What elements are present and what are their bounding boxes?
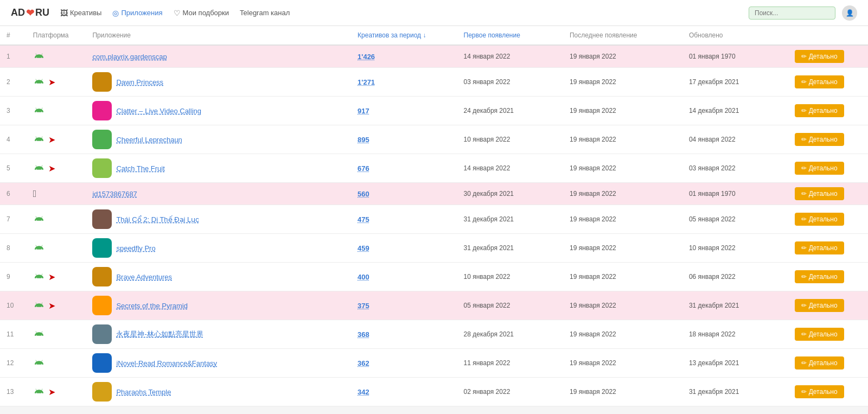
header: AD❤RU 🖼 Креативы ◎ Приложения ♡ Мои подб… xyxy=(0,0,868,26)
detail-button[interactable]: ✏ Детально xyxy=(795,299,844,312)
detail-button[interactable]: ✏ Детально xyxy=(795,385,844,398)
app-name-link[interactable]: Pharaohs Temple xyxy=(116,388,171,396)
trend-arrow: ➤ xyxy=(48,135,55,145)
action-cell: ✏ Детально xyxy=(788,154,868,183)
nav-apps[interactable]: ◎ Приложения xyxy=(112,9,162,17)
col-header-platform: Платформа xyxy=(27,26,86,45)
detail-button[interactable]: ✏ Детально xyxy=(795,356,844,370)
platform-cell: ➤ xyxy=(27,263,86,291)
app-name-link[interactable]: 永夜星神-林心如點亮星世界 xyxy=(116,329,203,339)
first-appearance: 30 декабря 2021 xyxy=(457,183,563,205)
trend-arrow: ➤ xyxy=(48,77,55,87)
col-header-first[interactable]: Первое появление xyxy=(457,26,563,45)
updated-date: 01 января 1970 xyxy=(682,183,788,205)
action-cell: ✏ Детально xyxy=(788,378,868,406)
creatives-count[interactable]: 560 xyxy=(351,183,457,205)
platform-cell xyxy=(27,349,86,378)
action-cell: ✏ Детально xyxy=(788,205,868,234)
last-appearance: 19 января 2022 xyxy=(563,378,682,406)
first-appearance: 10 января 2022 xyxy=(457,125,563,154)
app-name-link[interactable]: Catch The Fruit xyxy=(116,164,164,173)
creatives-count[interactable]: 400 xyxy=(351,263,457,291)
app-name-link[interactable]: id1573867687 xyxy=(92,190,137,198)
app-cell: speedfly Pro xyxy=(86,234,351,263)
first-appearance: 03 января 2022 xyxy=(457,68,563,97)
android-icon xyxy=(33,213,45,225)
app-cell: Pharaohs Temple xyxy=(86,378,351,406)
detail-button[interactable]: ✏ Детально xyxy=(795,104,844,117)
creatives-count[interactable]: 895 xyxy=(351,125,457,154)
app-name-link[interactable]: Cheerful Leprechaun xyxy=(116,136,182,144)
app-name-link[interactable]: Dawn Princess xyxy=(116,78,163,86)
creatives-count[interactable]: 676 xyxy=(351,154,457,183)
creatives-count[interactable]: 342 xyxy=(351,378,457,406)
creatives-count[interactable]: 475 xyxy=(351,205,457,234)
app-cell: Secrets of the Pyramid xyxy=(86,291,351,320)
app-icon xyxy=(92,101,112,120)
app-name-link[interactable]: Brave Adventures xyxy=(116,273,172,281)
last-appearance: 19 января 2022 xyxy=(563,320,682,349)
app-name-link[interactable]: Thái Cổ 2: Di Thế Đại Lục xyxy=(116,215,199,224)
row-number: 3 xyxy=(0,97,27,125)
nav-telegram[interactable]: Telegram канал xyxy=(240,9,290,17)
app-icon xyxy=(92,130,112,149)
first-appearance: 10 января 2022 xyxy=(457,263,563,291)
trend-arrow: ➤ xyxy=(48,387,55,397)
android-icon xyxy=(33,133,45,145)
android-icon xyxy=(33,162,45,174)
detail-button[interactable]: ✏ Детально xyxy=(795,241,844,254)
detail-button[interactable]: ✏ Детально xyxy=(795,162,844,175)
creatives-count[interactable]: 917 xyxy=(351,97,457,125)
nav-telegram-label: Telegram канал xyxy=(240,9,290,17)
app-name-link[interactable]: speedfly Pro xyxy=(116,244,155,252)
app-name-link[interactable]: iNovel-Read Romance&Fantasy xyxy=(116,359,217,367)
app-icon xyxy=(92,296,112,315)
detail-button[interactable]: ✏ Детально xyxy=(795,75,844,88)
detail-button[interactable]: ✏ Детально xyxy=(795,213,844,226)
detail-button[interactable]: ✏ Детально xyxy=(795,187,844,200)
creatives-count[interactable]: 1'426 xyxy=(351,45,457,68)
app-cell: iNovel-Read Romance&Fantasy xyxy=(86,349,351,378)
action-cell: ✏ Детально xyxy=(788,349,868,378)
android-icon xyxy=(33,76,45,88)
creatives-count[interactable]: 375 xyxy=(351,291,457,320)
app-cell: Cheerful Leprechaun xyxy=(86,125,351,154)
platform-cell: ➤ xyxy=(27,291,86,320)
last-appearance: 19 января 2022 xyxy=(563,125,682,154)
app-name-link[interactable]: Clatter – Live Video Calling xyxy=(116,107,201,115)
creatives-count[interactable]: 1'271 xyxy=(351,68,457,97)
android-icon xyxy=(33,50,45,62)
creatives-count[interactable]: 459 xyxy=(351,234,457,263)
row-number: 4 xyxy=(0,125,27,154)
row-number: 11 xyxy=(0,320,27,349)
header-right: 👤 xyxy=(749,5,857,21)
row-number: 2 xyxy=(0,68,27,97)
app-icon xyxy=(92,382,112,402)
nav-favorites[interactable]: ♡ Мои подборки xyxy=(174,9,229,17)
detail-button[interactable]: ✏ Детально xyxy=(795,133,844,146)
header-search[interactable] xyxy=(749,7,835,20)
app-name-link[interactable]: com.playrix.gardenscap xyxy=(92,53,167,61)
row-number: 13 xyxy=(0,378,27,406)
col-header-creatives[interactable]: Креативов за период ↓ xyxy=(351,26,457,45)
platform-cell: ➤ xyxy=(27,378,86,406)
trend-arrow: ➤ xyxy=(48,163,55,174)
logo: AD❤RU xyxy=(11,7,49,19)
app-cell: Brave Adventures xyxy=(86,263,351,291)
detail-button[interactable]: ✏ Детально xyxy=(795,328,844,341)
last-appearance: 19 января 2022 xyxy=(563,97,682,125)
detail-button[interactable]: ✏ Детально xyxy=(795,270,844,283)
app-name-link[interactable]: Secrets of the Pyramid xyxy=(116,302,188,310)
platform-cell: ➤ xyxy=(27,154,86,183)
action-cell: ✏ Детально xyxy=(788,291,868,320)
nav-creatives[interactable]: 🖼 Креативы xyxy=(60,9,101,17)
platform-cell xyxy=(27,320,86,349)
android-icon xyxy=(33,271,45,283)
app-cell: Catch The Fruit xyxy=(86,154,351,183)
creatives-count[interactable]: 368 xyxy=(351,320,457,349)
android-icon xyxy=(33,386,45,398)
last-appearance: 19 января 2022 xyxy=(563,263,682,291)
creatives-count[interactable]: 362 xyxy=(351,349,457,378)
row-number: 5 xyxy=(0,154,27,183)
detail-button[interactable]: ✏ Детально xyxy=(795,50,844,63)
